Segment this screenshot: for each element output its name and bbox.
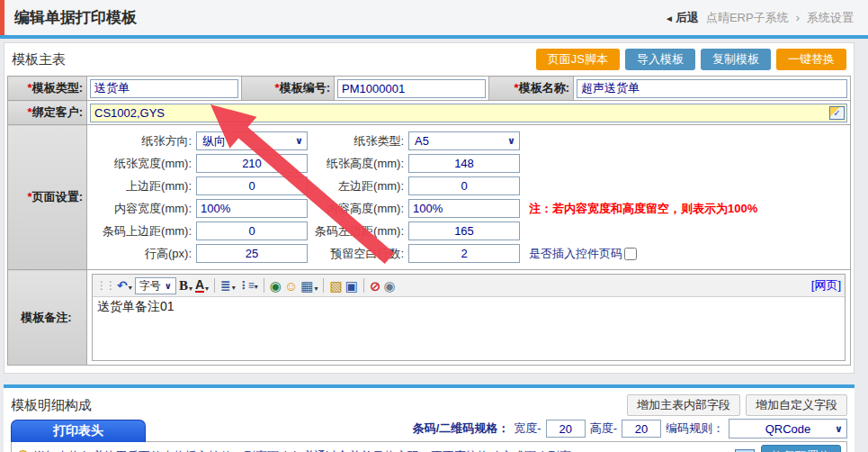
page-js-script-button[interactable]: 页面JS脚本 — [536, 49, 620, 70]
font-color-icon[interactable]: A▾ — [195, 278, 209, 293]
template-code-input[interactable] — [337, 79, 486, 98]
chevron-down-icon: ∨ — [295, 135, 303, 147]
add-custom-field-button[interactable]: 增加自定义字段 — [746, 394, 847, 416]
title-accent-bar — [0, 0, 4, 35]
drag-handle[interactable]: ⋮⋮ — [96, 280, 114, 291]
back-arrow-icon: ◄ — [665, 14, 674, 23]
label-barcode-margin-top: 条码上边距(mm): — [90, 223, 196, 240]
label-page-settings: *页面设置: — [8, 125, 87, 270]
insert-image-icon[interactable]: ▧ — [329, 279, 342, 293]
detail-hint-box: 增加表格务必使用后面的表格插入控件，列宽更改务必通过合并单元格实现，不要直接拖动… — [11, 441, 847, 452]
margin-top-input[interactable] — [196, 176, 308, 195]
chevron-down-icon: ∨ — [835, 423, 843, 435]
emoticon-icon[interactable]: ☺ — [284, 279, 298, 293]
label-template-name: *模板名称: — [489, 77, 574, 101]
label-template-type: *模板类型: — [8, 77, 87, 101]
web-page-link[interactable]: [网页] — [811, 277, 841, 294]
page-header: 编辑单据打印模板 ◄后退 点晴ERP子系统 › 系统设置 — [0, 0, 868, 39]
table-insert-icon[interactable] — [735, 449, 755, 452]
align-icon[interactable]: ≣▾ — [220, 279, 236, 292]
copy-template-button[interactable]: 复制模板 — [701, 49, 771, 70]
label-barcode-spec: 条码/二维码规格： — [413, 420, 510, 437]
paper-type-select[interactable]: A5∨ — [408, 131, 520, 150]
label-barcode-width: 宽度- — [514, 420, 541, 437]
bold-icon[interactable]: B▾ — [179, 279, 192, 293]
margin-left-input[interactable] — [408, 176, 520, 195]
tab-print-header[interactable]: 打印表头 — [11, 420, 146, 442]
label-margin-left: 左边距(mm): — [308, 178, 408, 194]
one-key-replace-button[interactable]: 一键替换 — [776, 49, 846, 70]
import-template-button[interactable]: 导入模板 — [625, 49, 695, 70]
label-bind-customer: *绑定客户: — [8, 101, 87, 125]
chevron-down-icon: ∨ — [165, 281, 172, 291]
editor-toolbar: ⋮⋮ ↶▾ 字号∨ B▾ A▾ ≣▾ ⋮≡▾ ◉ ☺ ▦▾ — [93, 275, 845, 297]
toolbar-separator — [363, 278, 364, 293]
label-blank-rows: 预留空白行数: — [308, 246, 408, 262]
media-block-icon[interactable]: ⊘ — [370, 279, 381, 293]
blank-rows-input[interactable] — [408, 244, 520, 263]
remark-content[interactable]: 送货单备注01 — [93, 297, 845, 360]
label-paper-type: 纸张类型: — [308, 133, 408, 149]
bind-customer-input[interactable] — [90, 104, 847, 122]
paper-width-input[interactable] — [196, 154, 308, 173]
toolbar-separator — [214, 278, 215, 293]
template-master-panel: 模板主表 页面JS脚本 导入模板 复制模板 一键替换 *模板类型: *模板编号:… — [4, 42, 855, 374]
label-paper-height: 纸张高度(mm): — [308, 156, 408, 172]
barcode-height-input[interactable] — [622, 420, 661, 438]
row-height-input[interactable] — [196, 244, 308, 263]
label-content-height: 内容高度(mm): — [308, 201, 408, 217]
section-title-master: 模板主表 — [12, 51, 66, 68]
template-type-input[interactable] — [90, 79, 238, 98]
content-width-input[interactable] — [196, 199, 308, 218]
label-content-width: 内容宽度(mm): — [90, 201, 196, 217]
detail-hint-text: 增加表格务必使用后面的表格插入控件，列宽更改务必通过合并单元格实现，不要直接拖动… — [33, 448, 583, 452]
label-barcode-margin-left: 条码左边距(mm): — [308, 223, 408, 240]
encode-rule-select[interactable]: QRCode∨ — [729, 419, 847, 438]
page-title: 编辑单据打印模板 — [14, 7, 137, 28]
label-barcode-height: 高度- — [590, 420, 617, 437]
restore-defaults-button[interactable]: 恢复预置值 — [761, 445, 841, 452]
template-name-input[interactable] — [577, 79, 847, 98]
insert-page-number-checkbox[interactable] — [624, 248, 637, 260]
label-margin-top: 上边距(mm): — [90, 178, 196, 194]
label-row-height: 行高(px): — [90, 246, 196, 262]
toolbar-separator — [323, 278, 324, 293]
paper-height-input[interactable] — [408, 154, 520, 173]
barcode-margin-top-input[interactable] — [196, 221, 308, 240]
table-edit-icon[interactable]: ▦▾ — [300, 279, 318, 293]
breadcrumb-current: 系统设置 — [807, 10, 854, 26]
content-size-note: 注：若内容宽度和高度留空，则表示为100% — [529, 201, 757, 217]
barcode-width-input[interactable] — [546, 420, 586, 438]
font-size-select[interactable]: 字号∨ — [135, 277, 176, 294]
preview-eye-icon[interactable]: ◉ — [383, 279, 395, 293]
label-template-remark: 模板备注: — [8, 270, 87, 366]
hyperlink-globe-icon[interactable]: ◉ — [270, 279, 282, 293]
label-encode-rule: 编码规则： — [666, 420, 724, 437]
save-html-icon[interactable]: ▣ — [345, 279, 358, 293]
content-height-input[interactable] — [408, 199, 520, 218]
customer-picker-icon[interactable]: ✓ — [829, 106, 845, 120]
section-title-detail: 模板明细构成 — [11, 397, 92, 414]
label-paper-width: 纸张宽度(mm): — [90, 156, 196, 172]
template-detail-panel: 模板明细构成 增加主表内部字段 增加自定义字段 打印表头 条码/二维码规格： 宽… — [4, 384, 855, 452]
back-button[interactable]: ◄后退 — [665, 10, 699, 26]
chevron-down-icon: ∨ — [507, 135, 515, 147]
barcode-margin-left-input[interactable] — [408, 221, 520, 240]
breadcrumb-sep-icon: › — [796, 11, 800, 24]
paper-direction-select[interactable]: 纵向∨ — [196, 131, 308, 150]
add-master-field-button[interactable]: 增加主表内部字段 — [627, 394, 740, 416]
label-insert-page-number: 是否插入控件页码 — [529, 246, 622, 262]
toolbar-separator — [264, 278, 264, 293]
label-paper-direction: 纸张方向: — [90, 133, 196, 149]
ordered-list-icon[interactable]: ⋮≡▾ — [238, 280, 258, 291]
undo-icon[interactable]: ↶▾ — [117, 279, 132, 292]
breadcrumb-parent[interactable]: 点晴ERP子系统 — [706, 10, 789, 26]
breadcrumb: ◄后退 点晴ERP子系统 › 系统设置 — [665, 10, 854, 26]
remark-rich-text-editor: ⋮⋮ ↶▾ 字号∨ B▾ A▾ ≣▾ ⋮≡▾ ◉ ☺ ▦▾ — [92, 274, 846, 361]
label-template-code: *模板编号: — [242, 77, 335, 101]
